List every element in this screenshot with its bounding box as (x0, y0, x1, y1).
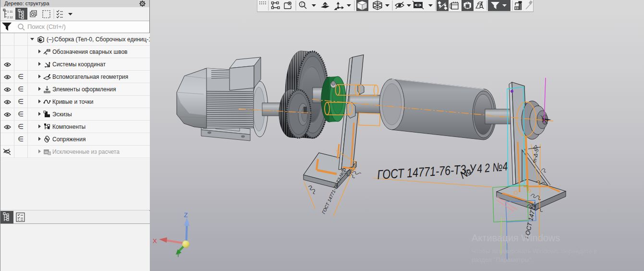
svg-text:X: X (153, 237, 157, 245)
svg-text:Z: Z (184, 211, 188, 219)
svg-text:1 11: 1 11 (7, 10, 13, 13)
svg-text:4 2 №4: 4 2 №4 (476, 160, 508, 175)
svg-text:2 12: 2 12 (7, 16, 13, 19)
svg-text:Y: Y (176, 252, 180, 259)
svg-text:xв: xв (45, 150, 49, 154)
svg-text:Поиск (Ctrl+/): Поиск (Ctrl+/) (27, 23, 66, 30)
